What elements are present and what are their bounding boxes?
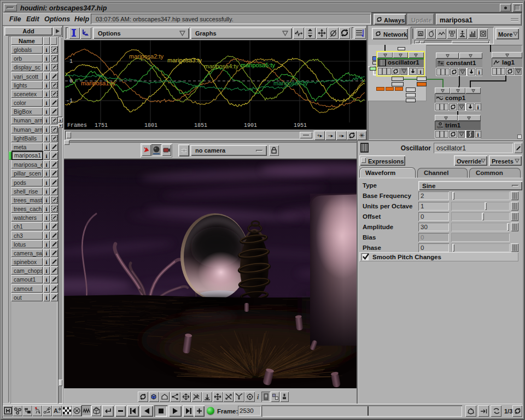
svg-text:1851: 1851 (194, 122, 207, 129)
svg-text:0: 0 (69, 78, 73, 84)
svg-text:A: A (54, 407, 58, 414)
svg-text:1901: 1901 (244, 122, 257, 129)
svg-text:1801: 1801 (144, 122, 158, 129)
svg-text:1: 1 (69, 59, 73, 65)
svg-text:1751: 1751 (95, 122, 108, 129)
svg-text:1951: 1951 (294, 122, 307, 129)
svg-text:type: type (437, 125, 444, 129)
svg-text:Frames: Frames (67, 122, 87, 129)
svg-text:-1: -1 (66, 98, 73, 104)
